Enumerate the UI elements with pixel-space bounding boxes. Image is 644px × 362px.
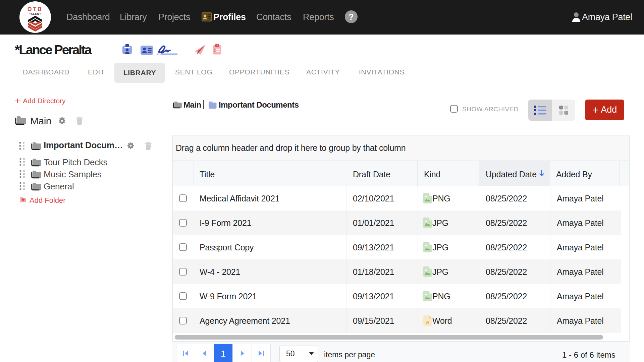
svg-text:?: ? — [348, 12, 354, 21]
svg-text:TALENT: TALENT — [29, 12, 41, 15]
svg-text:w: w — [425, 320, 429, 325]
svg-text:OTB: OTB — [28, 6, 43, 12]
